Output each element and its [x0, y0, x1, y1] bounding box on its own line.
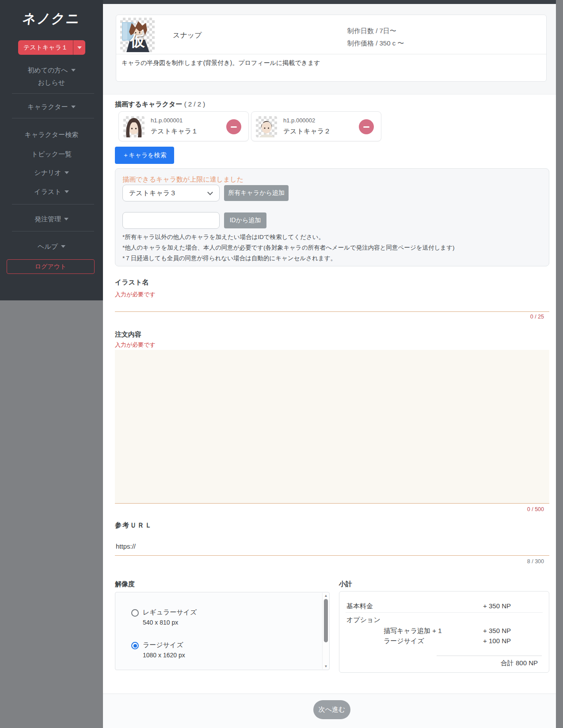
account-switcher-button[interactable]: テストキャラ１ [18, 40, 85, 55]
sidebar-item-label: ヘルプ [38, 243, 58, 250]
chevron-down-icon[interactable] [73, 40, 85, 55]
subtotal-box: 基本料金 + 350 NP オプション 描写キャラ追加 + 1 + 350 NP… [339, 591, 549, 673]
sidebar-item-topic-list[interactable]: トピック一覧 [0, 150, 103, 159]
note-line: *他人のキャラを加えた場合、本人の同意が必要です(各対象キャラの所有者へメールで… [122, 243, 454, 253]
female-avatar-illustration [123, 116, 145, 137]
chevron-down-icon [64, 218, 68, 220]
scrollbar-thumb[interactable] [324, 599, 328, 642]
sidebar-item-label: トピック一覧 [31, 150, 72, 158]
resolution-option-name[interactable]: ラージサイズ [143, 641, 183, 649]
add-by-id-button[interactable]: IDから追加 [224, 212, 266, 228]
order-detail-textarea[interactable] [115, 350, 549, 504]
sidebar-below-fill [0, 300, 103, 728]
resolution-option-size: 540 x 810 px [143, 619, 178, 626]
character-id: h1.p.000001 [151, 117, 183, 124]
illust-name-counter: 0 / 25 [115, 314, 549, 320]
illust-name-label: イラスト名 [115, 278, 148, 287]
sidebar-divider [12, 204, 94, 205]
base-fee-label: 基本料金 [346, 602, 373, 610]
scroll-down-icon[interactable]: ▼ [323, 664, 329, 668]
sidebar-item-help[interactable]: ヘルプ [0, 242, 103, 251]
resolution-scrollbar[interactable]: ▲ ▼ [322, 593, 329, 669]
illust-name-input[interactable] [115, 297, 549, 312]
character-name: テストキャラ２ [283, 127, 331, 136]
character-avatar [256, 116, 277, 137]
scroll-up-icon[interactable]: ▲ [323, 594, 329, 598]
remove-character-icon[interactable] [226, 119, 241, 134]
app-logo[interactable]: ネノクニ [0, 10, 104, 28]
sidebar-item-label: おしらせ [38, 79, 65, 86]
chevron-down-icon [65, 190, 69, 193]
chevron-down-icon [71, 106, 76, 108]
sidebar-item-news[interactable]: おしらせ [0, 78, 103, 87]
page: ネノクニ テストキャラ１ 初めての方へ おしらせ キャラクター キャラクター検索… [0, 0, 563, 728]
sidebar-item-label: イラスト [34, 188, 61, 195]
sidebar-divider [12, 93, 94, 94]
option-row-name: 描写キャラ追加 + 1 [384, 627, 442, 635]
note-line: *７日経過しても全員の同意が得られない場合は自動的にキャンセルされます。 [122, 253, 454, 264]
add-character-box: 描画できるキャラ数が上限に達しました テストキャラ３ 所有キャラから追加 IDか… [115, 168, 549, 266]
character-limit-warning: 描画できるキャラ数が上限に達しました [122, 175, 243, 184]
next-step-button[interactable]: 次へ進む [313, 700, 350, 719]
placeholder-stamp: 仮 [120, 31, 155, 51]
option-row-value: + 350 NP [483, 627, 511, 634]
order-detail-label: 注文内容 [115, 330, 141, 339]
chevron-down-icon [207, 190, 213, 195]
resolution-label: 解像度 [115, 580, 135, 588]
add-character-notes: *所有キャラ以外の他人のキャラを加えたい場合はIDで検索してください。 *他人の… [122, 232, 454, 264]
sidebar-item-character[interactable]: キャラクター [0, 102, 103, 111]
add-from-owned-button[interactable]: 所有キャラから追加 [224, 185, 289, 201]
product-card: 仮 スナップ 制作日数 / 7日〜 制作価格 / 350 c 〜 キャラの半身図… [116, 15, 547, 82]
sidebar-item-label: シナリオ [34, 169, 61, 176]
sidebar-item-label: キャラクター [27, 103, 68, 110]
resolution-option-name[interactable]: レギュラーサイズ [143, 608, 197, 617]
sidebar-item-label: 初めての方へ [27, 66, 68, 74]
product-meta: 制作日数 / 7日〜 制作価格 / 350 c 〜 [347, 25, 404, 49]
characters-section-label: 描画するキャラクター ( 2 / 2 ) [115, 100, 205, 109]
radio-dot [133, 644, 137, 648]
product-title: スナップ [173, 31, 202, 40]
option-row-value: + 100 NP [483, 637, 511, 645]
character-id-input[interactable] [122, 212, 220, 229]
chevron-down-icon [65, 171, 69, 174]
caret-glyph [77, 46, 82, 49]
search-character-button[interactable]: ＋キャラを検索 [115, 147, 174, 164]
base-fee-value: + 350 NP [483, 602, 511, 610]
character-avatar [123, 116, 145, 137]
reference-url-input[interactable] [115, 540, 549, 556]
sidebar-item-scenario[interactable]: シナリオ [0, 168, 103, 177]
total-divider [437, 656, 542, 656]
product-description: キャラの半身図を制作します(背景付き)。プロフィールに掲載できます [122, 59, 320, 67]
chevron-down-icon [71, 69, 76, 72]
sidebar-divider [12, 231, 94, 231]
sidebar-item-order-management[interactable]: 発注管理 [0, 215, 103, 224]
reference-url-counter: 8 / 300 [115, 558, 549, 565]
reference-url-label: 参考ＵＲＬ [115, 521, 152, 530]
remove-character-icon[interactable] [359, 119, 374, 134]
sidebar-item-illustration[interactable]: イラスト [0, 187, 103, 196]
character-card: h1.p.000001 テストキャラ１ [118, 111, 249, 141]
resolution-option-list: レギュラーサイズ 540 x 810 px ラージサイズ 1080 x 1620… [115, 592, 330, 670]
characters-count: ( 2 / 2 ) [184, 100, 205, 108]
total-value: 合計 800 NP [501, 659, 538, 667]
owned-character-select[interactable]: テストキャラ３ [122, 185, 220, 201]
male-avatar-illustration [256, 116, 277, 137]
window-right-strip [556, 0, 563, 728]
account-name-label: テストキャラ１ [18, 44, 73, 52]
select-value: テストキャラ３ [123, 189, 208, 197]
chevron-down-icon [61, 245, 65, 248]
note-line: *所有キャラ以外の他人のキャラを加えたい場合はIDで検索してください。 [122, 232, 454, 243]
sidebar: ネノクニ テストキャラ１ 初めての方へ おしらせ キャラクター キャラクター検索… [0, 0, 103, 300]
sidebar-divider [12, 118, 94, 118]
production-price: 制作価格 / 350 c 〜 [347, 37, 404, 49]
radio-large-size-selected[interactable] [131, 642, 139, 649]
subtotal-divider [346, 612, 543, 613]
sidebar-item-label: キャラクター検索 [25, 131, 79, 138]
sidebar-item-character-search[interactable]: キャラクター検索 [0, 130, 103, 139]
character-id: h1.p.000002 [283, 117, 315, 124]
radio-regular-size[interactable] [131, 609, 139, 617]
logout-button[interactable]: ログアウト [7, 259, 95, 274]
subtotal-label: 小計 [339, 580, 352, 588]
sidebar-item-beginners[interactable]: 初めての方へ [0, 66, 103, 75]
resolution-option-size: 1080 x 1620 px [143, 652, 185, 659]
